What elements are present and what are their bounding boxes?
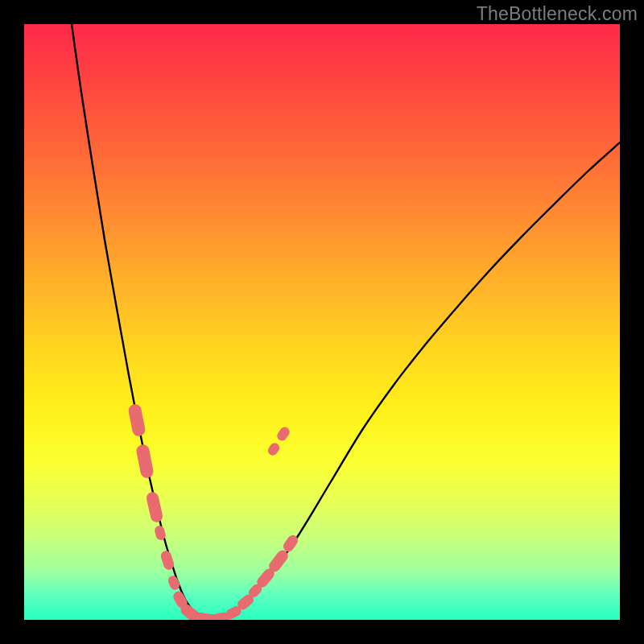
curve-marker xyxy=(159,550,175,572)
curve-marker xyxy=(275,425,291,443)
curve-marker xyxy=(135,444,155,479)
chart-frame: TheBottleneck.com xyxy=(0,0,644,644)
plot-area xyxy=(24,24,620,620)
curve-marker xyxy=(266,441,281,457)
curve-marker xyxy=(127,403,146,437)
watermark-text: TheBottleneck.com xyxy=(477,3,638,25)
curve-marker xyxy=(154,525,167,541)
curve-marker xyxy=(145,491,163,523)
curve-marker xyxy=(167,574,181,591)
highlighted-points-layer xyxy=(24,24,620,620)
